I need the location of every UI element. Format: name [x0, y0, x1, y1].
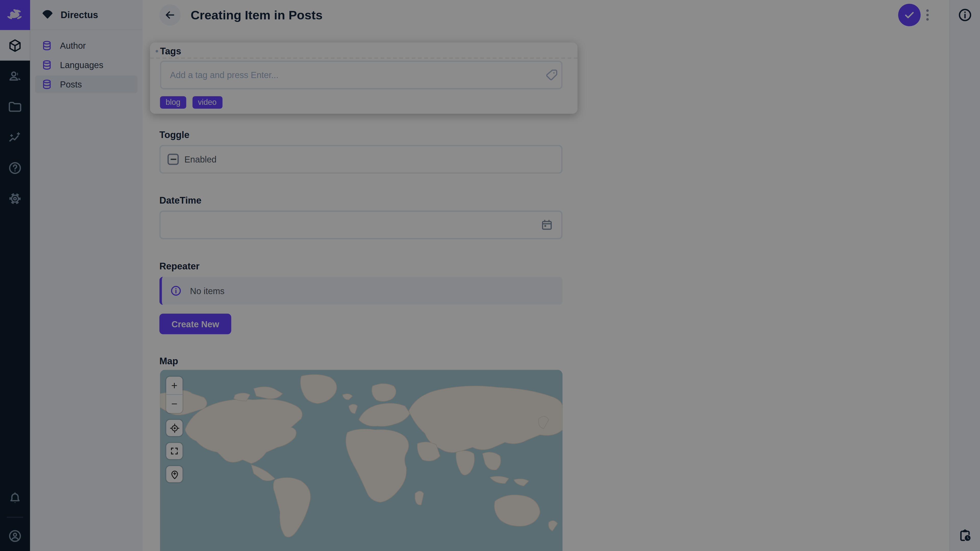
- directus-app: Directus Author: [0, 0, 980, 551]
- tour-dim-overlay[interactable]: [0, 0, 980, 551]
